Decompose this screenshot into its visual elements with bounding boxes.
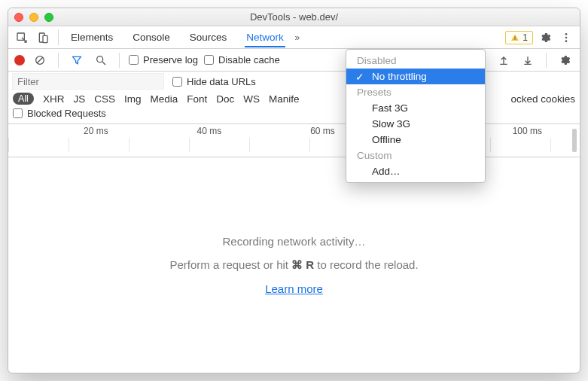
timeline-grid (8, 138, 580, 152)
svg-point-10 (97, 56, 103, 62)
type-js[interactable]: JS (73, 93, 85, 105)
tab-sources[interactable]: Sources (188, 27, 229, 47)
blocked-requests-checkbox[interactable]: Blocked Requests (13, 108, 106, 119)
more-menu-icon[interactable] (557, 29, 575, 47)
dd-item-no-throttling[interactable]: No throttling (346, 69, 485, 84)
request-type-filters: All XHR JS CSS Img Media Font Doc WS Man… (8, 91, 580, 106)
tab-elements[interactable]: Elements (69, 27, 114, 47)
warnings-count: 1 (522, 32, 528, 43)
warnings-badge[interactable]: 1 (505, 31, 533, 44)
blocked-cookies-label-tail[interactable]: ocked cookies (510, 93, 575, 105)
network-toolbar: Preserve log Disable cache (8, 49, 580, 72)
type-media[interactable]: Media (150, 93, 178, 105)
type-ws[interactable]: WS (243, 93, 260, 105)
more-tabs-icon[interactable]: » (288, 29, 306, 47)
main-tabs-row: Elements Console Sources Network » 1 (8, 26, 580, 49)
record-button[interactable] (14, 55, 25, 66)
type-img[interactable]: Img (124, 93, 142, 105)
svg-point-7 (565, 40, 568, 42)
export-har-icon[interactable] (519, 51, 537, 69)
recording-message: Recording network activity… (222, 235, 365, 248)
svg-rect-2 (43, 35, 47, 42)
blocked-requests-row: Blocked Requests (8, 106, 580, 124)
dd-item-add[interactable]: Add… (346, 163, 485, 179)
devtools-window: DevTools - web.dev/ Elements Console Sou… (8, 8, 580, 373)
hide-data-urls-input[interactable] (172, 77, 182, 87)
hide-data-urls-checkbox[interactable]: Hide data URLs (172, 76, 256, 87)
search-icon[interactable] (92, 51, 110, 69)
timeline-ticks: 20 ms 40 ms 60 ms 100 ms (8, 126, 580, 136)
preserve-log-checkbox[interactable]: Preserve log (129, 54, 198, 66)
type-doc[interactable]: Doc (216, 93, 234, 105)
empty-state: Recording network activity… Perform a re… (8, 157, 580, 373)
tab-network[interactable]: Network (245, 27, 285, 47)
learn-more-link[interactable]: Learn more (265, 282, 323, 295)
window-title: DevTools - web.dev/ (8, 11, 580, 23)
import-har-icon[interactable] (495, 51, 513, 69)
svg-rect-3 (515, 36, 516, 38)
hint-message: Perform a request or hit ⌘ R to record t… (169, 258, 418, 272)
dd-item-slow-3g[interactable]: Slow 3G (346, 116, 485, 132)
type-xhr[interactable]: XHR (43, 93, 65, 105)
dd-item-fast-3g[interactable]: Fast 3G (346, 100, 485, 116)
network-settings-gear-icon[interactable] (556, 51, 574, 69)
type-manifest[interactable]: Manife (269, 93, 300, 105)
svg-line-9 (37, 57, 43, 63)
type-css[interactable]: CSS (94, 93, 115, 105)
throttling-dropdown: Disabled No throttling Presets Fast 3G S… (346, 49, 486, 183)
tab-console[interactable]: Console (131, 27, 172, 47)
blocked-requests-input[interactable] (13, 108, 23, 118)
disable-cache-input[interactable] (204, 55, 214, 65)
dd-section-disabled: Disabled (346, 53, 485, 69)
type-font[interactable]: Font (187, 93, 207, 105)
type-all[interactable]: All (13, 93, 34, 105)
svg-line-11 (102, 62, 105, 65)
dd-item-offline[interactable]: Offline (346, 132, 485, 148)
svg-point-5 (565, 33, 568, 35)
filter-funnel-icon[interactable] (68, 51, 86, 69)
waterfall-timeline[interactable]: 20 ms 40 ms 60 ms 100 ms (8, 124, 580, 157)
disable-cache-checkbox[interactable]: Disable cache (204, 54, 280, 66)
dd-section-custom: Custom (346, 148, 485, 163)
inspect-element-icon[interactable] (13, 29, 31, 47)
svg-rect-4 (515, 39, 516, 40)
device-toolbar-icon[interactable] (34, 29, 52, 47)
filter-row: Hide data URLs (8, 72, 580, 91)
filter-input[interactable] (13, 74, 163, 89)
title-bar: DevTools - web.dev/ (8, 8, 580, 26)
panel-tabs: Elements Console Sources Network (69, 27, 285, 47)
preserve-log-input[interactable] (129, 55, 139, 65)
settings-gear-icon[interactable] (536, 29, 554, 47)
reload-shortcut: ⌘ R (291, 258, 314, 271)
clear-icon[interactable] (31, 51, 49, 69)
dd-section-presets: Presets (346, 84, 485, 100)
svg-point-6 (565, 36, 568, 38)
